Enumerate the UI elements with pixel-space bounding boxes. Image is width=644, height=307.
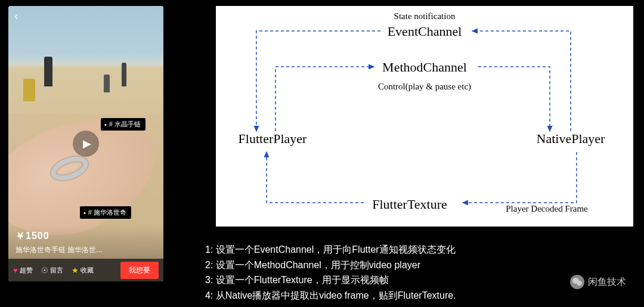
fav-label: 收藏 <box>80 266 94 275</box>
comment-icon: ☉ <box>41 266 48 275</box>
phone-mockup: ‹ ⋯ ▶ # 水晶手链 # 施华洛世奇 ￥1500 施华洛世奇手链 施华洛世.… <box>8 6 163 281</box>
beach-person <box>104 75 110 92</box>
arrow-event-to-flutterplayer <box>256 31 380 131</box>
arrow-nativeplayer-to-event <box>472 31 571 131</box>
comment-label: 留言 <box>50 266 63 275</box>
control-label: Control(play & pause etc) <box>378 82 471 92</box>
notes-list: 1: 设置一个EventChannel，用于向Flutter通知视频状态变化 2… <box>205 242 456 303</box>
beach-person <box>23 79 35 101</box>
state-notification-label: State notification <box>394 11 456 21</box>
heart-icon: ♥ <box>13 266 18 275</box>
note-line: 4: 从Native播放器中提取出video frame，贴到FluterTex… <box>205 288 456 303</box>
star-icon: ★ <box>72 266 79 275</box>
beach-person <box>122 63 126 86</box>
decoded-frame-label: Player Decoded Frame <box>506 204 588 213</box>
want-button[interactable]: 我想要 <box>120 262 159 279</box>
flutter-player-node: FlutterPlayer <box>239 131 308 146</box>
note-line: 1: 设置一个EventChannel，用于向Flutter通知视频状态变化 <box>205 242 456 258</box>
back-icon[interactable]: ‹ <box>14 10 18 23</box>
arrow-method-to-nativeplayer <box>478 67 550 131</box>
arrow-nativeplayer-to-texture <box>463 152 577 203</box>
wechat-icon <box>570 275 584 289</box>
beach-person <box>44 57 52 86</box>
comment-button[interactable]: ☉留言 <box>41 266 63 275</box>
price-area: ￥1500 施华洛世奇手链 施华洛世... <box>8 225 163 259</box>
favorite-button[interactable]: ★收藏 <box>72 266 94 275</box>
price: ￥1500 <box>16 230 156 243</box>
product-tag[interactable]: # 水晶手链 <box>101 118 145 131</box>
like-label: 超赞 <box>20 266 33 275</box>
note-line: 3: 设置一个FlutterTexture，用于显示视频帧 <box>205 272 456 288</box>
wechat-brand: 闲鱼技术 <box>570 275 626 289</box>
play-button[interactable]: ▶ <box>73 131 99 157</box>
like-button[interactable]: ♥超赞 <box>13 266 33 275</box>
product-tag[interactable]: # 施华洛世奇 <box>80 206 131 219</box>
flutter-texture-node: FlutterTexture <box>372 197 447 212</box>
event-channel-node: EventChannel <box>388 24 462 39</box>
method-channel-node: MethodChannel <box>382 60 467 75</box>
arrow-texture-to-flutterplayer <box>267 152 364 203</box>
note-line: 2: 设置一个MethodChannel，用于控制video player <box>205 258 456 273</box>
native-player-node: NativePlayer <box>537 131 606 146</box>
description: 施华洛世奇手链 施华洛世... <box>16 245 156 255</box>
brand-text: 闲鱼技术 <box>588 276 626 289</box>
architecture-diagram: State notification EventChannel MethodCh… <box>216 6 633 227</box>
arrow-flutterplayer-to-method <box>275 67 374 131</box>
action-bar: ♥超赞 ☉留言 ★收藏 我想要 <box>8 259 163 281</box>
